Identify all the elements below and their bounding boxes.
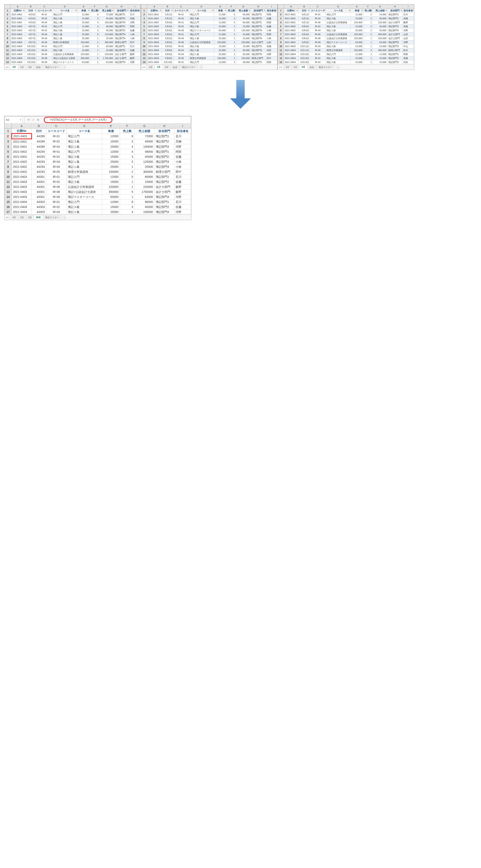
cell[interactable]: 簿記３級 — [52, 28, 78, 32]
cell[interactable]: 15,000 — [78, 48, 90, 52]
row-header-5[interactable]: 5 — [278, 25, 284, 28]
table-header-cell[interactable]: 単価 — [102, 128, 120, 134]
cell[interactable]: 3 — [120, 139, 134, 144]
cell[interactable]: IR-04 — [46, 159, 66, 164]
cell[interactable]: 2021-0402 — [10, 25, 25, 28]
cell[interactable]: 1 — [363, 56, 373, 60]
cell[interactable]: 簿記部門2 — [251, 44, 266, 48]
cell[interactable]: 300000 — [134, 169, 154, 174]
table-header-cell[interactable]: 売上数 — [120, 128, 134, 134]
cell[interactable]: IR-06 — [37, 52, 52, 56]
cell[interactable]: 36,000 — [236, 60, 251, 64]
cell[interactable]: 2 — [363, 25, 373, 28]
cell[interactable]: 4月15日 — [25, 56, 37, 60]
cell[interactable]: 63,000 — [373, 40, 387, 44]
cell[interactable]: 内田 — [402, 60, 414, 64]
cell[interactable]: 2021-0403 — [10, 60, 25, 64]
cell[interactable]: 小林 — [129, 32, 141, 36]
cell[interactable]: 12000 — [102, 149, 120, 154]
cell[interactable]: 15,000 — [78, 28, 90, 32]
cell[interactable]: 簿記部門4 — [387, 40, 402, 44]
column-header-D[interactable]: D — [326, 5, 351, 8]
cell[interactable]: 河野 — [266, 52, 277, 56]
cell[interactable]: 4月15日 — [25, 48, 37, 52]
tab-nav-icon[interactable]: ◂ ▸ — [6, 216, 9, 219]
cell[interactable]: 飯野 — [129, 56, 141, 60]
row-header-11[interactable]: 11 — [141, 48, 147, 52]
cell[interactable]: 簿記部門2 — [387, 56, 402, 60]
cell[interactable]: 簿記部門4 — [251, 28, 266, 32]
cell[interactable]: 15,000 — [351, 25, 363, 28]
cell[interactable]: 2021-0603 — [284, 44, 299, 48]
cell[interactable]: 簿記１級 — [66, 144, 102, 149]
cell[interactable]: 220000 — [134, 184, 154, 189]
cell[interactable]: 2 — [90, 40, 99, 44]
table-header-cell[interactable]: 担当部門 — [251, 8, 266, 12]
cell[interactable]: 2021-0503 — [147, 36, 162, 40]
column-header-H[interactable]: H — [114, 5, 129, 8]
row-header-16[interactable]: 16 — [5, 205, 12, 209]
cell[interactable]: 6月11日 — [299, 44, 310, 48]
cell[interactable]: 高橋 — [402, 25, 414, 28]
cell[interactable]: 簿記入門 — [66, 149, 102, 154]
cell[interactable]: IR-04 — [173, 52, 189, 56]
table-header-cell[interactable]: コース名 — [66, 128, 102, 134]
cell[interactable]: 会計士部門 — [251, 40, 266, 44]
cell[interactable]: 44303 — [32, 205, 46, 209]
cell[interactable]: 阿部 — [266, 60, 277, 64]
cell[interactable]: 30,000 — [373, 17, 387, 21]
cell[interactable]: 2021-0504 — [147, 52, 162, 56]
cell[interactable]: 簿記部門2 — [154, 139, 174, 144]
cell[interactable]: 簿記部門1 — [154, 174, 174, 179]
cell[interactable]: 公認会計士対策講座 — [326, 21, 351, 25]
cell[interactable]: 220,000 — [351, 21, 363, 25]
cell[interactable]: 150,000 — [236, 56, 251, 60]
cell[interactable]: 阿部 — [266, 12, 277, 17]
sheet-tab[interactable]: 商品マスター — [316, 65, 335, 69]
cell[interactable]: 簿記+公認会計士講座 — [52, 56, 78, 60]
cell[interactable]: 5 — [120, 189, 134, 194]
cell[interactable]: 45,000 — [236, 17, 251, 21]
cell[interactable]: 6月1日 — [299, 21, 310, 25]
cell[interactable]: 河野 — [129, 60, 141, 64]
row-header-6[interactable]: 6 — [5, 28, 10, 32]
cell[interactable]: 税理士対策講座 — [326, 48, 351, 52]
cell[interactable]: 60000 — [134, 174, 154, 179]
spreadsheet-grid[interactable]: ABCDEFGHI1伝票No日付コースコードコース名単価売上数売上金額担当部門担… — [141, 4, 277, 64]
cell[interactable]: 阿部 — [174, 149, 191, 154]
sheet-tab[interactable]: 4月 — [283, 65, 292, 69]
cell[interactable]: 公認会計士対策講座 — [326, 36, 351, 40]
cell[interactable]: 5月5日 — [162, 36, 173, 40]
table-header-cell[interactable]: コースコード — [46, 128, 66, 134]
cell[interactable]: 2021-0403 — [12, 184, 32, 189]
column-header-A[interactable]: A — [284, 5, 299, 8]
cell[interactable]: 1750000 — [134, 189, 154, 194]
row-header-11[interactable]: 11 — [5, 48, 10, 52]
column-header-E[interactable]: E — [78, 5, 90, 8]
cell[interactable]: 税理士部門 — [114, 40, 129, 44]
column-header-C[interactable]: C — [37, 5, 52, 8]
cell[interactable]: 44289 — [32, 139, 46, 144]
table-header-cell[interactable]: 単価 — [351, 8, 363, 12]
cell[interactable]: 簿記マスターコース — [189, 28, 214, 32]
column-header-D[interactable]: D — [189, 5, 214, 8]
column-header-C[interactable]: C — [310, 5, 326, 8]
cell[interactable]: 簿記入門 — [189, 60, 214, 64]
cell[interactable]: 簿記部門1 — [387, 12, 402, 17]
table-header-cell[interactable]: 担当者名 — [174, 128, 191, 134]
column-header-G[interactable]: G — [236, 5, 251, 8]
cell[interactable]: 2021-0401 — [10, 12, 25, 17]
cell[interactable]: 2 — [120, 169, 134, 174]
row-header-5[interactable]: 5 — [5, 149, 12, 154]
cell[interactable]: 4 — [90, 25, 99, 28]
cell[interactable]: 河野 — [402, 28, 414, 32]
cell[interactable]: 小林 — [129, 36, 141, 40]
cell[interactable]: 44289 — [32, 133, 46, 139]
cell[interactable]: IR-01 — [37, 25, 52, 28]
cell[interactable]: 1 — [120, 179, 134, 184]
cell[interactable]: 2021-0504 — [147, 56, 162, 60]
cell[interactable]: IR-02 — [37, 28, 52, 32]
cell[interactable]: 15,000 — [236, 44, 251, 48]
cell[interactable]: 税理士部門 — [154, 169, 174, 174]
cell[interactable]: 6 — [120, 133, 134, 139]
